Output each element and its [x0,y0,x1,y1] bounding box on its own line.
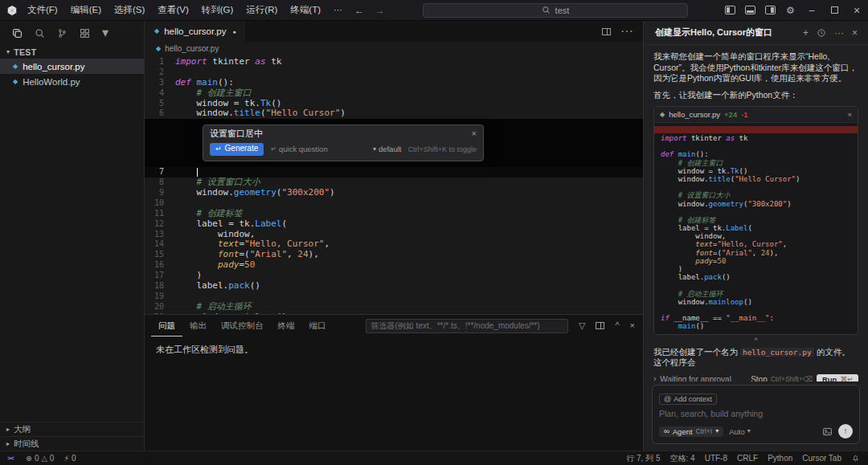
tab-actions: ··· [592,21,643,42]
ports-status[interactable]: ⚡ 0 [59,454,80,463]
diff-removed-count: -1 [741,110,747,119]
forward-button[interactable]: → [370,6,391,15]
code-line: 1import tkinter as tk [145,57,643,67]
chevron-down-icon[interactable]: ▾ [102,27,108,39]
search-icon [542,6,551,14]
panel-tab[interactable]: 问题 [151,315,182,337]
global-search-input[interactable]: test [423,3,688,18]
assistant-message-step: 首先，让我创建一个新的Python文件： [653,90,858,101]
code-line: text="Hello, Cursor", [654,240,858,248]
unsaved-changes-dot-icon[interactable]: ● [233,29,236,35]
model-selector[interactable]: Auto ▾ [729,427,751,436]
panel-tab[interactable]: 端口 [302,315,334,337]
bottom-panel: 问题输出调试控制台终端端口 ▽ ^ × 未在工作区检测到问题。 [145,314,643,451]
outline-section[interactable]: ▸ 大纲 [0,422,144,436]
main-area: ▾ ▾ TEST ◆hello_cursor.py◆HelloWorld.py … [0,21,868,451]
panel-tab-bar: 问题输出调试控制台终端端口 ▽ ^ × [145,315,643,337]
history-icon[interactable] [813,28,830,38]
file-item[interactable]: ◆HelloWorld.py [0,74,144,89]
back-button[interactable]: ← [349,6,370,15]
chevron-right-icon[interactable]: › [653,375,656,381]
problems-status[interactable]: ⊗ 0 △ 0 [21,454,59,463]
close-chat-icon[interactable]: × [848,28,862,38]
minimize-button[interactable]: – [800,0,823,21]
panel-views-icon[interactable] [596,322,604,329]
inline-edit-prompt[interactable]: 设置窗口居中 × ↵ Generate ↵ quick question [203,124,484,161]
menu-item[interactable]: 运行(R) [240,4,284,16]
code-line: # 启动主循环 [654,290,858,298]
problems-filter-input[interactable] [366,319,568,333]
settings-gear-icon[interactable]: ⚙ [780,0,800,21]
split-editor-icon[interactable] [602,28,611,35]
quick-question-button[interactable]: ↵ quick question [271,145,327,155]
tab-hello-cursor-py[interactable]: ◆ hello_cursor.py ● [145,21,247,42]
notifications-bell-icon[interactable] [846,454,865,463]
more-actions-icon[interactable]: ··· [620,25,633,38]
panel-tab[interactable]: 输出 [182,315,214,337]
prompt-right: ▾ default Ctrl+Shift+K to toggle [373,145,477,155]
run-button[interactable]: Run⌘↵ [817,374,858,381]
context-row: @ Add context [659,390,853,406]
explorer-icon[interactable] [12,28,23,39]
close-icon[interactable]: × [472,129,477,138]
search-icon[interactable] [35,28,45,39]
chat-input[interactable]: Plan, search, build anything [659,409,853,418]
timeline-section[interactable]: ▸ 时间线 [0,436,144,451]
filter-icon[interactable]: ▽ [579,321,585,330]
toggle-sidebar-icon[interactable] [720,0,740,21]
close-icon[interactable]: × [847,111,852,119]
toggle-secondary-sidebar-icon[interactable] [760,0,780,21]
chevron-up-icon[interactable]: ^ [754,337,757,345]
inline-file-ref[interactable]: hello_cursor.py [740,348,814,357]
eol-sequence[interactable]: CRLF [732,454,763,463]
approval-status: Waiting for approval... [660,375,738,381]
diff-added-count: +24 [724,110,737,119]
menu-item[interactable]: 终端(T) [284,4,327,16]
code-line: window = tk.Tk() [654,167,858,175]
encoding[interactable]: UTF-8 [700,454,732,463]
errors-icon: ⊗ [26,455,32,463]
close-window-button[interactable]: × [845,0,868,21]
mode-selector[interactable]: ▾ default [373,145,402,155]
menu-item[interactable]: 查看(V) [151,4,194,16]
send-button[interactable]: ↑ [838,424,853,438]
menu-item[interactable]: 转到(G) [195,4,240,16]
code-line [654,126,858,133]
stop-button[interactable]: StopCtrl+Shift+⌫ [751,375,813,381]
breadcrumb[interactable]: ◆ hello_cursor.py [145,42,643,55]
indentation[interactable]: 空格: 4 [665,453,700,464]
chat-composer[interactable]: @ Add context Plan, search, build anythi… [652,385,860,445]
code-line: label.pack() [654,273,858,281]
menu-item[interactable]: 选择(S) [108,4,151,16]
tab-label: hello_cursor.py [164,27,226,36]
menu-overflow-button[interactable]: ··· [327,6,349,14]
code-line: # 创建主窗口 [654,159,858,167]
menu-item[interactable]: 文件(F) [21,4,64,16]
cursor-position[interactable]: 行 7, 列 5 [621,453,665,464]
file-item[interactable]: ◆hello_cursor.py [0,59,144,74]
generate-button[interactable]: ↵ Generate [210,143,264,156]
close-panel-icon[interactable]: × [630,321,635,330]
explorer-section-header[interactable]: ▾ TEST [0,45,144,59]
bolt-icon: ⚡ [63,455,69,463]
remote-indicator-icon[interactable]: >< [0,451,21,465]
add-context-button[interactable]: @ Add context [659,394,717,405]
new-chat-icon[interactable]: + [799,28,813,38]
agent-mode-selector[interactable]: ∞ Agent Ctrl+I ▾ [659,426,723,437]
attach-image-icon[interactable] [822,426,833,437]
code-editor[interactable]: 1import tkinter as tk2 3def main():4 # 创… [145,55,643,314]
more-options-icon[interactable]: ··· [830,28,848,38]
language-mode[interactable]: Python [763,454,797,463]
toggle-panel-icon[interactable] [740,0,760,21]
cursor-tab-toggle[interactable]: Cursor Tab [797,454,846,463]
extensions-icon[interactable] [80,28,90,39]
assistant-message-result: 我已经创建了一个名为 hello_cursor.py 的文件。这个程序会 [653,347,858,369]
maximize-button[interactable] [823,0,845,21]
maximize-panel-icon[interactable]: ^ [615,321,619,330]
source-control-icon[interactable] [57,28,68,39]
panel-tab[interactable]: 终端 [271,315,302,337]
menu-item[interactable]: 编辑(E) [64,4,108,16]
code-card-header[interactable]: ◆ hello_cursor.py +24 -1 × [654,107,858,123]
inline-prompt-zone: 设置窗口居中 × ↵ Generate ↵ quick question [145,119,643,167]
panel-tab[interactable]: 调试控制台 [214,315,271,337]
